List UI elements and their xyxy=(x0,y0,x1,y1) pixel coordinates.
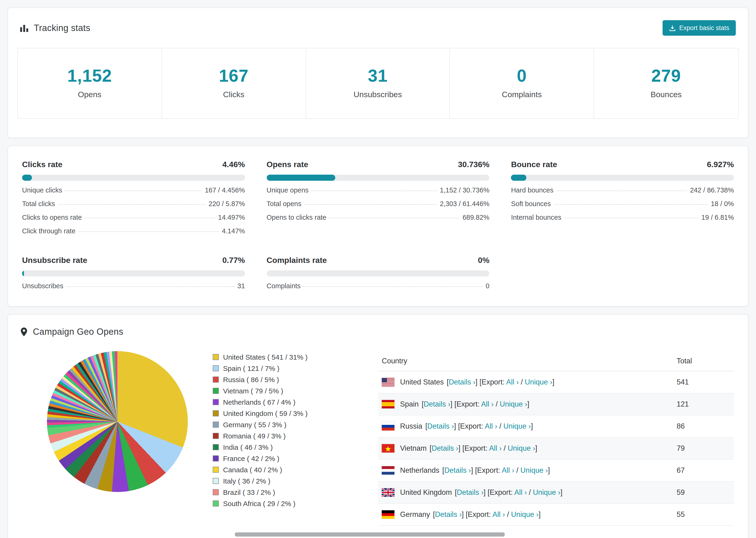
export-all-link[interactable]: All › xyxy=(481,400,494,408)
details-link[interactable]: Details › xyxy=(444,466,471,474)
flag-us-icon xyxy=(382,378,395,386)
geo-table-wrap: Country Total United States [Details ›] … xyxy=(378,351,734,526)
stat-card-clicks: 167Clicks xyxy=(162,48,306,118)
country-total: 55 xyxy=(673,504,734,525)
export-unique-link[interactable]: Unique › xyxy=(511,510,539,518)
progress-bar-fill xyxy=(22,175,32,181)
details-link[interactable]: Details › xyxy=(432,444,458,452)
bracket-text: ] xyxy=(539,510,541,518)
geo-table: Country Total United States [Details ›] … xyxy=(378,351,734,526)
flag-nl-icon xyxy=(382,466,395,475)
export-all-link[interactable]: All › xyxy=(506,378,519,386)
dotted-leader xyxy=(85,218,215,218)
rate-row: Opens to clicks rate689.82% xyxy=(266,214,489,222)
export-all-link[interactable]: All › xyxy=(492,510,505,518)
geo-table-header-row: Country Total xyxy=(378,351,734,371)
bracket-text: [ xyxy=(453,488,457,496)
geo-table-body: United States [Details ›] [Export: All ›… xyxy=(378,371,734,525)
rate-row-label: Unsubscribes xyxy=(22,282,63,290)
stat-card-complaints: 0Complaints xyxy=(450,48,594,118)
dashboard-root: Tracking stats Export basic stats 1,152O… xyxy=(0,0,756,538)
rate-row-value: 689.82% xyxy=(462,214,490,222)
legend-item-united-kingdom: United Kingdom ( 59 / 3% ) xyxy=(213,409,369,417)
details-link[interactable]: Details › xyxy=(435,510,462,518)
country-total: 121 xyxy=(673,393,734,415)
export-basic-stats-button[interactable]: Export basic stats xyxy=(663,20,736,36)
progress-bar-fill xyxy=(22,270,24,277)
bracket-text: / xyxy=(519,378,525,386)
rate-row-value: 167 / 4.456% xyxy=(205,187,245,194)
export-unique-link[interactable]: Unique › xyxy=(500,400,527,408)
legend-item-canada: Canada ( 40 / 2% ) xyxy=(213,466,369,474)
export-all-link[interactable]: All › xyxy=(502,466,514,474)
country-name: Netherlands xyxy=(400,466,439,474)
bracket-text: ] xyxy=(475,378,479,386)
country-name: Russia xyxy=(400,422,422,430)
stat-cards: 1,152Opens167Clicks31Unsubscribes0Compla… xyxy=(17,48,739,119)
export-all-link[interactable]: All › xyxy=(485,422,497,430)
geo-title: Campaign Geo Opens xyxy=(33,327,123,337)
rate-value: 0.77% xyxy=(222,256,245,265)
flag-de-icon xyxy=(382,510,395,519)
country-total: 541 xyxy=(673,371,734,393)
country-total: 86 xyxy=(673,415,734,437)
horizontal-scrollbar-thumb[interactable] xyxy=(235,532,505,537)
stat-value: 167 xyxy=(162,66,306,86)
legend-item-south-africa: South Africa ( 29 / 2% ) xyxy=(213,500,369,508)
rate-head: Unsubscribe rate0.77% xyxy=(22,256,245,265)
export-all-link[interactable]: All › xyxy=(489,444,502,452)
rate-block-complaints-rate: Complaints rate0%Complaints0 xyxy=(266,256,489,290)
legend-item-india: India ( 46 / 3% ) xyxy=(213,443,369,451)
legend-label: Russia ( 86 / 5% ) xyxy=(223,376,279,384)
legend-item-romania: Romania ( 49 / 3% ) xyxy=(213,432,369,440)
export-unique-link[interactable]: Unique › xyxy=(520,466,548,474)
dotted-leader xyxy=(66,286,235,287)
details-link[interactable]: Details › xyxy=(427,422,454,430)
bracket-text: / xyxy=(502,444,508,452)
legend-swatch xyxy=(213,433,219,439)
legend-label: Germany ( 55 / 3% ) xyxy=(223,421,287,429)
details-link[interactable]: Details › xyxy=(457,488,484,496)
legend-swatch xyxy=(213,410,219,416)
progress-bar xyxy=(22,175,245,181)
legend-item-vietnam: Vietnam ( 79 / 5% ) xyxy=(213,387,369,395)
rate-rows: Hard bounces242 / 86.738%Soft bounces18 … xyxy=(511,187,734,222)
legend-label: United States ( 541 / 31% ) xyxy=(223,353,307,361)
flag-es-icon xyxy=(382,400,395,408)
export-unique-link[interactable]: Unique › xyxy=(533,488,561,496)
bracket-text: ] xyxy=(471,466,475,474)
rate-row: Soft bounces18 / 0% xyxy=(511,200,734,208)
details-link[interactable]: Details › xyxy=(449,378,475,386)
country-column-header: Country xyxy=(378,351,673,371)
rate-row: Unsubscribes31 xyxy=(22,282,245,290)
legend-swatch xyxy=(213,365,219,371)
legend-item-netherlands: Netherlands ( 67 / 4% ) xyxy=(213,398,369,406)
progress-bar xyxy=(511,175,734,181)
rate-value: 30.736% xyxy=(458,160,489,170)
legend-label: Netherlands ( 67 / 4% ) xyxy=(223,398,296,406)
rate-row-label: Clicks to opens rate xyxy=(22,214,82,222)
export-unique-link[interactable]: Unique › xyxy=(503,422,531,430)
rate-row: Total clicks220 / 5.87% xyxy=(22,200,245,208)
export-unique-link[interactable]: Unique › xyxy=(525,378,552,386)
export-unique-link[interactable]: Unique › xyxy=(508,444,535,452)
rate-value: 6.927% xyxy=(707,160,734,170)
bar-chart-icon xyxy=(20,24,28,32)
legend-label: Romania ( 49 / 3% ) xyxy=(223,432,286,440)
rate-row-value: 14.497% xyxy=(218,214,245,222)
bracket-text: ] xyxy=(461,510,465,518)
rate-row-label: Total opens xyxy=(266,200,301,208)
bracket-text: ] xyxy=(531,422,533,430)
bracket-text: / xyxy=(514,466,520,474)
bracket-text: [Export: xyxy=(466,510,493,518)
country-cell: Russia [Details ›] [Export: All › / Uniq… xyxy=(378,415,673,437)
export-all-link[interactable]: All › xyxy=(514,488,527,496)
rate-row-label: Complaints xyxy=(266,282,300,290)
legend-swatch xyxy=(213,489,219,495)
stat-card-bounces: 279Bounces xyxy=(594,48,738,118)
rate-title: Opens rate xyxy=(266,160,308,170)
details-link[interactable]: Details › xyxy=(424,400,451,408)
country-name: United Kingdom xyxy=(400,488,452,496)
legend-swatch xyxy=(213,478,219,484)
rate-row-value: 0 xyxy=(486,282,490,290)
